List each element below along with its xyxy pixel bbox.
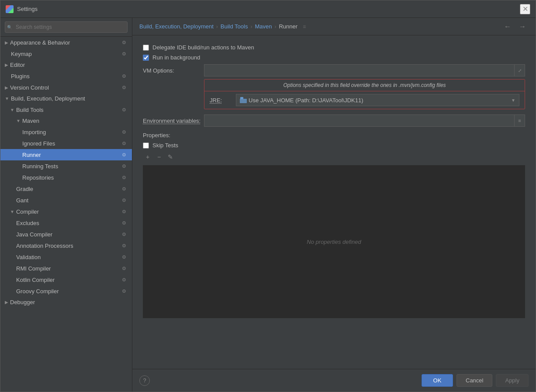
sidebar-item-groovy-compiler[interactable]: Groovy Compiler ⚙: [0, 285, 132, 297]
sidebar-item-rmi-compiler[interactable]: RMI Compiler ⚙: [0, 263, 132, 274]
run-background-checkbox[interactable]: [143, 55, 149, 61]
close-button[interactable]: ✕: [520, 4, 530, 14]
vm-options-input[interactable]: [204, 64, 515, 76]
sidebar-item-build-execution[interactable]: ▼ Build, Execution, Deployment: [0, 93, 132, 104]
sidebar-item-label: Excludes: [16, 220, 121, 226]
skip-tests-text: Skip Tests: [152, 142, 178, 149]
footer-buttons: OK Cancel Apply: [422, 374, 529, 387]
gear-icon: ⚙: [121, 276, 128, 283]
breadcrumb-menu-icon[interactable]: ≡: [303, 24, 306, 30]
expand-icon: ▶: [5, 300, 8, 305]
sidebar-item-plugins[interactable]: Plugins ⚙: [0, 70, 132, 82]
gear-icon: ⚙: [121, 219, 128, 226]
svg-rect-1: [240, 97, 243, 99]
breadcrumb-maven[interactable]: Maven: [255, 23, 272, 30]
sidebar-item-kotlin-compiler[interactable]: Kotlin Compiler ⚙: [0, 274, 132, 285]
sidebar-item-excludes[interactable]: Excludes ⚙: [0, 217, 132, 229]
env-row: Environment variables: ≡: [143, 114, 525, 127]
sidebar-item-label: Runner: [22, 152, 121, 158]
env-input[interactable]: [204, 114, 515, 127]
expand-icon-expanded: ▼: [10, 209, 14, 214]
sidebar-item-label: Importing: [22, 129, 121, 135]
breadcrumb-bar: Build, Execution, Deployment › Build Too…: [132, 18, 536, 35]
help-icon: ?: [143, 377, 146, 384]
edit-property-button[interactable]: ✎: [166, 152, 175, 162]
skip-tests-row: Skip Tests: [143, 142, 525, 149]
jre-select[interactable]: Use JAVA_HOME (Path: D:\JAVATool\JDK11) …: [236, 94, 519, 106]
error-box: Options specified in this field override…: [204, 79, 525, 109]
breadcrumb-build-tools[interactable]: Build Tools: [221, 23, 248, 30]
delegate-text: Delegate IDE build/run actions to Maven: [152, 44, 254, 51]
sidebar-item-maven[interactable]: ▼ Maven: [0, 115, 132, 126]
sidebar-item-label: Maven: [22, 118, 128, 124]
gear-icon: ⚙: [121, 265, 128, 272]
sidebar-item-label: Debugger: [10, 299, 128, 305]
sidebar-item-importing[interactable]: Importing ⚙: [0, 126, 132, 138]
sidebar-item-label: Ignored Files: [22, 140, 121, 147]
vm-options-row: VM Options: ⤢: [143, 64, 525, 76]
sidebar-item-label: Java Compiler: [16, 231, 121, 238]
sidebar-item-label: Build Tools: [16, 107, 121, 113]
sidebar-item-validation[interactable]: Validation ⚙: [0, 251, 132, 263]
settings-window: Settings ✕ ▶ Appearance & Behavior ⚙ Key…: [0, 0, 536, 392]
ok-button[interactable]: OK: [422, 374, 453, 387]
main-content: ▶ Appearance & Behavior ⚙ Keymap ⚙ ▶ Edi…: [0, 18, 536, 392]
skip-tests-label[interactable]: Skip Tests: [143, 142, 178, 149]
delegate-checkbox[interactable]: [143, 45, 149, 51]
footer: ? OK Cancel Apply: [132, 369, 536, 392]
sidebar-item-editor[interactable]: ▶ Editor: [0, 59, 132, 70]
sidebar-item-repositories[interactable]: Repositories ⚙: [0, 172, 132, 183]
sidebar-item-runner[interactable]: Runner ⚙: [0, 149, 132, 160]
apply-button[interactable]: Apply: [496, 374, 529, 387]
no-properties-text: No properties defined: [307, 239, 361, 245]
sidebar-item-version-control[interactable]: ▶ Version Control ⚙: [0, 82, 132, 93]
sidebar-item-label: Running Tests: [22, 163, 121, 170]
cancel-button[interactable]: Cancel: [456, 374, 492, 387]
sidebar-item-compiler[interactable]: ▼ Compiler ⚙: [0, 206, 132, 217]
expand-icon-expanded: ▼: [5, 96, 9, 101]
breadcrumb-build-execution[interactable]: Build, Execution, Deployment: [139, 23, 214, 30]
expand-icon: ▶: [5, 85, 8, 90]
delegate-label[interactable]: Delegate IDE build/run actions to Maven: [143, 44, 254, 51]
sidebar-item-java-compiler[interactable]: Java Compiler ⚙: [0, 229, 132, 240]
sidebar-item-label: Gant: [16, 197, 121, 204]
sidebar-item-label: Gradle: [16, 186, 121, 192]
main-panel: Build, Execution, Deployment › Build Too…: [132, 18, 536, 392]
add-property-button[interactable]: +: [143, 152, 152, 162]
sidebar-item-keymap[interactable]: Keymap ⚙: [0, 48, 132, 59]
env-label: Environment variables:: [143, 118, 204, 124]
sidebar-item-label: Annotation Processors: [16, 243, 121, 249]
sidebar-item-running-tests[interactable]: Running Tests ⚙: [0, 160, 132, 172]
nav-buttons: ← →: [501, 22, 529, 31]
remove-property-button[interactable]: −: [154, 152, 164, 162]
run-background-label[interactable]: Run in background: [143, 54, 200, 61]
help-button[interactable]: ?: [139, 375, 150, 386]
sidebar-item-build-tools[interactable]: ▼ Build Tools ⚙: [0, 104, 132, 115]
expand-icon-expanded: ▼: [16, 118, 21, 123]
breadcrumb-sep-2: ›: [250, 24, 252, 30]
nav-back-button[interactable]: ←: [501, 22, 514, 31]
sidebar-item-ignored-files[interactable]: Ignored Files ⚙: [0, 138, 132, 149]
gear-icon: ⚙: [121, 73, 128, 80]
delegate-row: Delegate IDE build/run actions to Maven: [143, 44, 525, 51]
sidebar-item-label: Version Control: [10, 84, 121, 91]
sidebar-item-gant[interactable]: Gant ⚙: [0, 194, 132, 206]
gear-icon: ⚙: [121, 242, 128, 249]
sidebar-item-debugger[interactable]: ▶ Debugger: [0, 297, 132, 308]
nav-forward-button[interactable]: →: [516, 22, 529, 31]
search-input[interactable]: [5, 21, 128, 33]
sidebar-item-annotation-processors[interactable]: Annotation Processors ⚙: [0, 240, 132, 251]
env-expand-button[interactable]: ≡: [515, 114, 525, 127]
settings-content: Delegate IDE build/run actions to Maven …: [132, 35, 536, 369]
sidebar-item-gradle[interactable]: Gradle ⚙: [0, 183, 132, 194]
jre-label: JRE:: [210, 97, 236, 104]
sidebar-item-appearance[interactable]: ▶ Appearance & Behavior ⚙: [0, 37, 132, 48]
gear-icon: ⚙: [121, 151, 128, 158]
vm-options-label: VM Options:: [143, 67, 204, 74]
gear-icon: ⚙: [121, 140, 128, 147]
vm-options-expand-button[interactable]: ⤢: [515, 64, 525, 76]
skip-tests-checkbox[interactable]: [143, 142, 149, 149]
sidebar-item-label: Compiler: [16, 208, 121, 215]
breadcrumb-sep-1: ›: [216, 24, 218, 30]
properties-header: Properties:: [143, 132, 525, 139]
